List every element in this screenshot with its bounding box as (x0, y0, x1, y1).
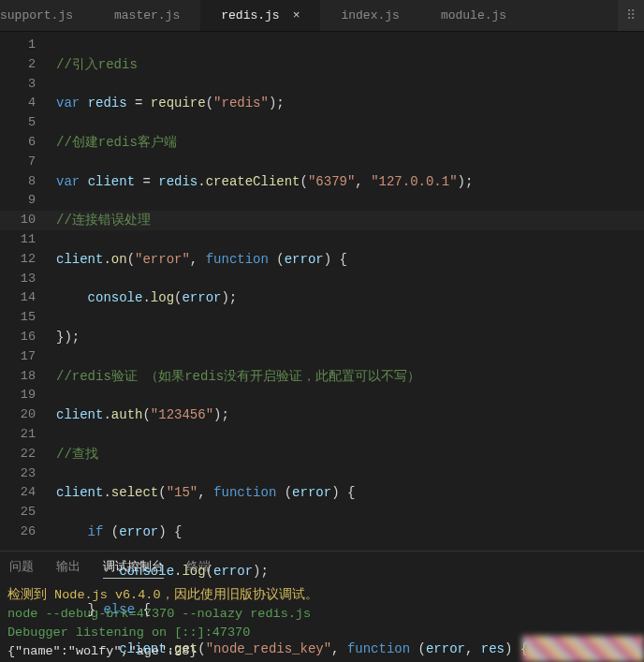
line-number: 22 (0, 445, 36, 464)
line-number: 10 (0, 211, 36, 230)
line-number: 13 (0, 270, 36, 289)
line-number: 24 (0, 483, 36, 503)
line-gutter: 1 2 3 4 5 6 7 8 9 10 11 12 13 14 15 16 1… (0, 32, 49, 551)
tab-support[interactable]: support.js (0, 0, 94, 31)
line-number: 25 (0, 503, 36, 522)
censored-region (522, 636, 644, 662)
close-icon[interactable]: × (293, 8, 300, 22)
line-number: 8 (0, 172, 36, 192)
tab-master[interactable]: master.js (94, 0, 200, 31)
line-number: 9 (0, 191, 36, 211)
tab-label: support.js (0, 8, 73, 22)
line-number: 12 (0, 250, 36, 270)
line-number: 2 (0, 55, 36, 75)
line-number: 11 (0, 230, 36, 250)
code-area[interactable]: //引入redis var redis = require("redis"); … (49, 32, 644, 551)
tab-label: redis.js (221, 8, 279, 22)
line-number: 6 (0, 133, 36, 153)
tab-redis[interactable]: redis.js × (200, 0, 320, 31)
line-number: 21 (0, 425, 36, 445)
tab-label: index.js (341, 8, 399, 22)
line-number: 18 (0, 367, 36, 387)
line-number: 20 (0, 405, 36, 425)
line-number: 16 (0, 328, 36, 347)
line-number: 26 (0, 522, 36, 542)
panel-tab-problems[interactable]: 问题 (9, 559, 34, 579)
line-number: 7 (0, 153, 36, 172)
line-number: 17 (0, 347, 36, 367)
line-number: 14 (0, 288, 36, 308)
line-number: 15 (0, 308, 36, 328)
line-number: 4 (0, 94, 36, 113)
line-number: 3 (0, 75, 36, 95)
line-number: 23 (0, 464, 36, 484)
editor-tabs: support.js master.js redis.js × index.js… (0, 0, 644, 32)
line-number: 1 (0, 36, 36, 55)
line-number: 5 (0, 113, 36, 133)
drag-handle-icon[interactable]: ⠿ (618, 0, 644, 31)
tab-module[interactable]: module.js (420, 0, 527, 31)
code-editor[interactable]: 1 2 3 4 5 6 7 8 9 10 11 12 13 14 15 16 1… (0, 32, 644, 551)
tab-label: module.js (441, 8, 506, 22)
line-number: 19 (0, 386, 36, 405)
tab-index[interactable]: index.js (320, 0, 419, 31)
tab-label: master.js (114, 8, 180, 22)
